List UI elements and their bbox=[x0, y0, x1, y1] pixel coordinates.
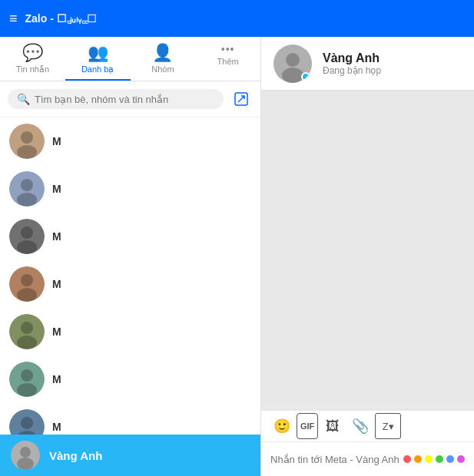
compose-button[interactable] bbox=[230, 88, 253, 111]
color-dot[interactable] bbox=[403, 455, 411, 463]
svg-point-28 bbox=[282, 68, 303, 83]
svg-point-13 bbox=[17, 288, 37, 302]
group-icon: 👤 bbox=[152, 43, 173, 63]
contact-avatar bbox=[9, 171, 45, 207]
message-icon: 💬 bbox=[22, 43, 43, 63]
bottom-selected-bar: Vàng Anh bbox=[0, 435, 260, 476]
contact-avatar bbox=[9, 362, 45, 397]
contact-avatar bbox=[9, 219, 45, 254]
contact-item-1[interactable]: M bbox=[0, 165, 260, 213]
sticker-button[interactable]: Z▾ bbox=[375, 413, 401, 439]
more-icon: ••• bbox=[221, 43, 235, 55]
right-avatar bbox=[273, 45, 312, 83]
svg-point-27 bbox=[286, 53, 300, 67]
svg-point-6 bbox=[21, 179, 33, 191]
image-button[interactable]: 🖼 bbox=[320, 413, 346, 439]
emoji-button[interactable]: 🙂 bbox=[269, 413, 295, 439]
color-dots bbox=[403, 455, 465, 463]
chat-area bbox=[261, 91, 474, 410]
attach-button[interactable]: 📎 bbox=[347, 413, 373, 439]
svg-point-9 bbox=[21, 226, 33, 239]
contact-item-6[interactable]: M bbox=[0, 403, 260, 435]
chat-input-area bbox=[261, 442, 474, 476]
compose-icon bbox=[234, 91, 249, 107]
tab-them-label: Thêm bbox=[217, 57, 239, 66]
bottom-avatar-img bbox=[11, 441, 40, 470]
contact-avatar bbox=[9, 409, 45, 435]
right-contact-name: Vàng Anh bbox=[323, 51, 381, 65]
svg-point-19 bbox=[17, 383, 37, 397]
contact-item-3[interactable]: M bbox=[0, 260, 260, 308]
right-info: Vàng Anh Đang bận họp bbox=[323, 51, 381, 76]
svg-point-15 bbox=[21, 322, 33, 334]
gif-label: GIF bbox=[300, 421, 314, 431]
svg-point-24 bbox=[20, 447, 31, 458]
chat-input[interactable] bbox=[270, 454, 403, 465]
image-icon: 🖼 bbox=[326, 418, 340, 435]
sticker-label: Z▾ bbox=[383, 421, 394, 432]
tab-them[interactable]: ••• Thêm bbox=[195, 37, 260, 81]
contact-avatar bbox=[9, 124, 45, 159]
svg-point-21 bbox=[21, 417, 33, 429]
app-title: Zalo - ☐꜀ⱼᵤₗᵧ꜀꜀☐ bbox=[25, 12, 465, 25]
tab-danh-ba[interactable]: 👥 Danh bạ bbox=[65, 37, 131, 81]
svg-point-25 bbox=[17, 458, 34, 470]
search-input[interactable] bbox=[35, 94, 214, 105]
svg-point-12 bbox=[21, 274, 33, 286]
main-content: 💬 Tin nhắn 👥 Danh bạ 👤 Nhóm ••• Thêm 🔍 bbox=[0, 37, 474, 476]
svg-line-1 bbox=[238, 96, 244, 102]
contact-item-4[interactable]: M bbox=[0, 308, 260, 355]
contact-name: M bbox=[52, 326, 61, 338]
tab-tin-nhan[interactable]: 💬 Tin nhắn bbox=[0, 37, 65, 81]
menu-icon[interactable]: ≡ bbox=[9, 11, 18, 27]
svg-point-3 bbox=[21, 131, 33, 144]
contact-name: M bbox=[52, 278, 61, 290]
right-header: Vàng Anh Đang bận họp bbox=[261, 37, 474, 91]
contact-avatar bbox=[9, 314, 45, 349]
gif-button[interactable]: GIF bbox=[297, 413, 318, 439]
attach-icon: 📎 bbox=[352, 418, 369, 435]
emoji-icon: 🙂 bbox=[273, 418, 290, 435]
color-dot[interactable] bbox=[457, 455, 465, 463]
right-contact-status: Đang bận họp bbox=[323, 65, 381, 76]
contact-name: M bbox=[52, 135, 61, 147]
color-dot[interactable] bbox=[414, 455, 422, 463]
contact-avatar bbox=[9, 266, 45, 302]
chat-toolbar: 🙂 GIF 🖼 📎 Z▾ bbox=[261, 410, 474, 442]
svg-point-10 bbox=[17, 240, 37, 254]
contact-item-2[interactable]: M bbox=[0, 213, 260, 260]
search-icon: 🔍 bbox=[17, 93, 30, 105]
svg-point-7 bbox=[17, 193, 37, 207]
contact-item-0[interactable]: M bbox=[0, 117, 260, 165]
contact-name: M bbox=[52, 230, 61, 243]
contact-list: M M M M bbox=[0, 117, 260, 435]
svg-point-4 bbox=[17, 145, 37, 159]
svg-point-16 bbox=[17, 336, 37, 349]
color-dot[interactable] bbox=[446, 455, 454, 463]
bottom-contact-name: Vàng Anh bbox=[49, 449, 102, 462]
search-input-wrap: 🔍 bbox=[8, 89, 224, 109]
contact-item-5[interactable]: M bbox=[0, 355, 260, 403]
tab-nhom-label: Nhóm bbox=[151, 64, 174, 74]
contact-name: M bbox=[52, 183, 61, 195]
contact-name: M bbox=[52, 373, 61, 385]
nav-tabs: 💬 Tin nhắn 👥 Danh bạ 👤 Nhóm ••• Thêm bbox=[0, 37, 260, 81]
tab-danh-ba-label: Danh bạ bbox=[81, 64, 114, 74]
tab-nhom[interactable]: 👤 Nhóm bbox=[131, 37, 196, 81]
search-bar: 🔍 bbox=[0, 81, 260, 117]
bottom-avatar bbox=[11, 441, 40, 470]
online-indicator bbox=[301, 72, 310, 81]
left-panel: 💬 Tin nhắn 👥 Danh bạ 👤 Nhóm ••• Thêm 🔍 bbox=[0, 37, 261, 476]
contacts-icon: 👥 bbox=[88, 43, 108, 63]
top-bar: ≡ Zalo - ☐꜀ⱼᵤₗᵧ꜀꜀☐ bbox=[0, 0, 474, 37]
tab-tin-nhan-label: Tin nhắn bbox=[16, 64, 49, 74]
color-dot[interactable] bbox=[425, 455, 433, 463]
svg-point-18 bbox=[21, 369, 33, 382]
color-dot[interactable] bbox=[436, 455, 443, 463]
right-panel: Vàng Anh Đang bận họp 🙂 GIF 🖼 📎 Z▾ bbox=[261, 37, 474, 476]
contact-name: M bbox=[52, 421, 61, 433]
